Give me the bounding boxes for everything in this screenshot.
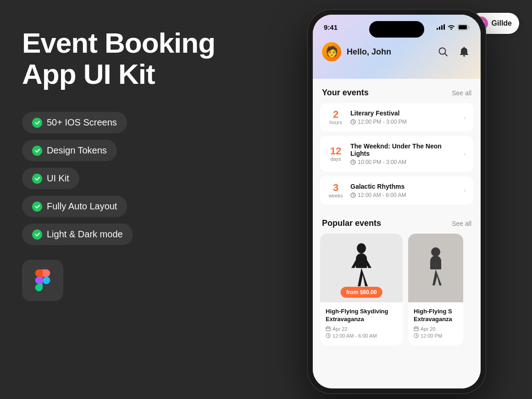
phone-frame: 9:41 bbox=[307, 9, 486, 394]
header-left: 🧑 Hello, John bbox=[322, 42, 391, 61]
check-icon-3 bbox=[32, 174, 42, 184]
event-time-badge-1: 2 hours bbox=[327, 109, 344, 125]
greeting-text: Hello, John bbox=[347, 47, 391, 57]
event-time-text-3: 12:00 AM - 6:00 AM bbox=[350, 192, 457, 198]
card-body-2: High-Flying S Extravaganza Apr 20 12:00 … bbox=[408, 302, 463, 345]
clock-icon-card-2 bbox=[414, 333, 419, 338]
popular-cards-list: from $80.00 High-Flying Skydiving Extrav… bbox=[313, 234, 481, 345]
event-name-1: Literary Festival bbox=[350, 109, 457, 117]
svg-rect-7 bbox=[326, 327, 330, 331]
feature-ios-screens: 50+ IOS Screens bbox=[22, 112, 127, 133]
your-events-header: Your events See all bbox=[313, 79, 481, 103]
feature-dark-mode: Light & Dark mode bbox=[22, 224, 133, 245]
event-time-unit-3: weeks bbox=[328, 193, 343, 198]
feature-label-tokens: Design Tokens bbox=[47, 145, 107, 156]
chevron-right-1: › bbox=[464, 114, 466, 121]
person-silhouette-2 bbox=[424, 247, 447, 289]
feature-auto-layout: Fully Auto Layout bbox=[22, 196, 127, 217]
card-date-2: Apr 20 bbox=[414, 326, 458, 332]
event-item-2[interactable]: 12 days The Weeknd: Under The Neon Light… bbox=[320, 136, 473, 172]
event-time-text-1: 12:00 PM - 3:00 PM bbox=[350, 119, 457, 125]
status-icons bbox=[437, 24, 470, 30]
event-time-number-2: 12 bbox=[330, 146, 341, 156]
popular-events-title: Popular events bbox=[322, 219, 381, 228]
event-time-number-3: 3 bbox=[333, 183, 338, 193]
calendar-icon-1 bbox=[326, 326, 331, 331]
feature-label-ios: 50+ IOS Screens bbox=[47, 117, 117, 128]
calendar-icon-2 bbox=[414, 326, 419, 331]
popular-card-2[interactable]: High-Flying S Extravaganza Apr 20 12:00 … bbox=[408, 234, 463, 345]
phone-content: Your events See all 2 hours Literary Fes… bbox=[313, 79, 481, 388]
event-item-1[interactable]: 2 hours Literary Festival 12:00 PM - 3:0… bbox=[320, 103, 473, 131]
event-name-3: Galactic Rhythms bbox=[350, 183, 457, 190]
clock-icon-3 bbox=[350, 192, 356, 198]
notification-button[interactable] bbox=[457, 44, 471, 59]
popular-events-see-all[interactable]: See all bbox=[452, 220, 471, 227]
chevron-right-2: › bbox=[464, 150, 466, 158]
feature-label-uikit: UI Kit bbox=[47, 173, 69, 184]
card-time-1: 12:00 AM - 6:00 AM bbox=[326, 333, 397, 339]
check-icon-4 bbox=[32, 202, 42, 212]
figma-logo-box bbox=[22, 260, 63, 301]
signal-bar-2 bbox=[439, 27, 440, 30]
svg-point-6 bbox=[357, 243, 366, 253]
price-badge-1: from $80.00 bbox=[341, 287, 382, 298]
feature-list: 50+ IOS Screens Design Tokens UI Kit bbox=[22, 112, 242, 245]
header-content: 🧑 Hello, John bbox=[313, 42, 481, 61]
header-actions bbox=[436, 44, 471, 59]
event-time-unit-1: hours bbox=[329, 120, 342, 125]
feature-label-layout: Fully Auto Layout bbox=[47, 201, 117, 212]
main-title: Event BookingApp UI Kit bbox=[22, 27, 242, 90]
your-events-see-all[interactable]: See all bbox=[452, 89, 471, 97]
user-avatar: 🧑 bbox=[322, 42, 341, 61]
event-name-2: The Weeknd: Under The Neon Lights bbox=[350, 142, 457, 157]
event-info-2: The Weeknd: Under The Neon Lights 10:00 … bbox=[350, 142, 457, 165]
svg-rect-10 bbox=[414, 327, 418, 331]
card-time-2: 12:00 PM bbox=[414, 333, 458, 339]
chevron-right-3: › bbox=[464, 187, 466, 194]
event-time-number-1: 2 bbox=[333, 109, 338, 120]
battery-icon bbox=[458, 24, 470, 30]
popular-events-header: Popular events See all bbox=[313, 209, 481, 234]
event-time-badge-3: 3 weeks bbox=[327, 183, 344, 198]
check-icon-5 bbox=[32, 230, 42, 240]
signal-icon bbox=[437, 24, 445, 30]
svg-rect-1 bbox=[459, 25, 467, 29]
card-title-2: High-Flying S Extravaganza bbox=[414, 308, 458, 323]
search-button[interactable] bbox=[436, 44, 450, 59]
dynamic-island bbox=[369, 21, 424, 38]
card-title-1: High-Flying Skydiving Extravaganza bbox=[326, 308, 397, 323]
card-image-1: from $80.00 bbox=[320, 234, 403, 302]
signal-bar-1 bbox=[437, 28, 438, 30]
your-events-title: Your events bbox=[322, 88, 369, 98]
card-body-1: High-Flying Skydiving Extravaganza Apr 2… bbox=[320, 302, 403, 345]
clock-icon-1 bbox=[350, 119, 356, 125]
card-date-1: Apr 22 bbox=[326, 326, 397, 332]
event-time-text-2: 10:00 PM - 3:00 AM bbox=[350, 159, 457, 165]
event-info-1: Literary Festival 12:00 PM - 3:00 PM bbox=[350, 109, 457, 125]
card-image-2 bbox=[408, 234, 463, 302]
feature-label-darkmode: Light & Dark mode bbox=[47, 229, 123, 240]
clock-icon-card-1 bbox=[326, 333, 331, 338]
feature-ui-kit: UI Kit bbox=[22, 168, 79, 189]
feature-design-tokens: Design Tokens bbox=[22, 140, 117, 161]
event-info-3: Galactic Rhythms 12:00 AM - 6:00 AM bbox=[350, 183, 457, 198]
svg-point-9 bbox=[431, 247, 440, 257]
wifi-icon bbox=[448, 24, 455, 30]
signal-bar-4 bbox=[443, 24, 445, 30]
person-silhouette bbox=[348, 243, 375, 293]
left-panel: Event BookingApp UI Kit 50+ IOS Screens … bbox=[22, 27, 242, 301]
status-time: 9:41 bbox=[324, 23, 338, 31]
clock-icon-2 bbox=[350, 159, 356, 165]
event-time-badge-2: 12 days bbox=[327, 146, 344, 162]
event-item-3[interactable]: 3 weeks Galactic Rhythms 12:00 AM - 6:00… bbox=[320, 176, 473, 205]
signal-bar-3 bbox=[441, 25, 443, 30]
figma-icon bbox=[32, 269, 54, 291]
phone-mockup: 9:41 bbox=[307, 9, 504, 399]
phone-screen: 9:41 bbox=[313, 15, 481, 388]
event-time-unit-2: days bbox=[330, 156, 341, 162]
check-icon bbox=[32, 118, 42, 128]
popular-events-section: Popular events See all bbox=[313, 209, 481, 345]
popular-card-1[interactable]: from $80.00 High-Flying Skydiving Extrav… bbox=[320, 234, 403, 345]
check-icon-2 bbox=[32, 146, 42, 156]
